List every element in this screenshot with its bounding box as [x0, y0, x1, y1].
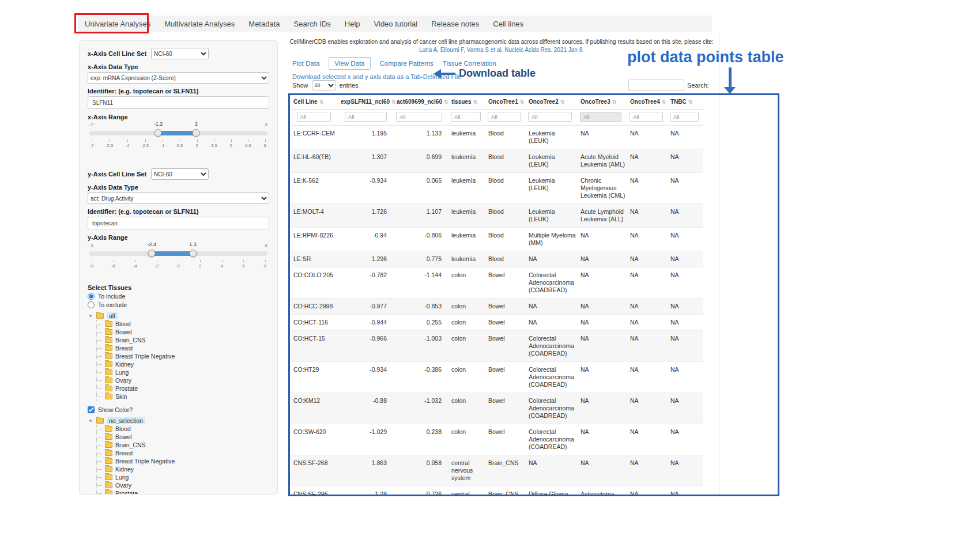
column-filter-input[interactable] — [297, 112, 331, 122]
nav-item-video-tutorial[interactable]: Video tutorial — [374, 20, 418, 28]
sort-icon[interactable]: ⇅ — [473, 99, 477, 105]
column-header[interactable]: Cell Line⇅ — [291, 95, 338, 110]
to-exclude-radio[interactable] — [88, 301, 95, 308]
y-identifier-input[interactable] — [88, 217, 269, 229]
tree-root-all[interactable]: ▾ all — [88, 312, 269, 320]
column-filter-input[interactable] — [396, 112, 442, 122]
nav-item-multivariate-analyses[interactable]: Multivariate Analyses — [164, 20, 235, 28]
table-row[interactable]: LE:SR 1.296 0.775 leukemia Blood NA NA N… — [291, 251, 703, 267]
nav-item-help[interactable]: Help — [345, 20, 360, 28]
sort-icon[interactable]: ⇅ — [319, 99, 324, 105]
sort-icon[interactable]: ⇅ — [520, 99, 525, 105]
nav-item-cell-lines[interactable]: Cell lines — [493, 20, 523, 28]
column-filter-input[interactable] — [580, 112, 621, 122]
column-filter-input[interactable] — [451, 112, 481, 122]
table-row[interactable]: CNS:SF-295 1.28 0.726 central nervous sy… — [291, 486, 703, 496]
column-filter-input[interactable] — [630, 112, 663, 122]
tissue-tree-item[interactable]: Skin — [97, 393, 269, 401]
sort-icon[interactable]: ⇅ — [391, 99, 396, 105]
x-data-type-select[interactable]: exp: mRNA Expression (Z-Score) — [88, 72, 269, 84]
tab-view-data[interactable]: View Data — [329, 57, 370, 70]
sort-icon[interactable]: ⇅ — [444, 99, 448, 105]
tissue-tree-item[interactable]: Kidney — [97, 465, 269, 473]
x-slider-track[interactable] — [89, 131, 267, 135]
column-header[interactable]: OncoTree1⇅ — [486, 95, 526, 110]
table-row[interactable]: CO:COLO 205 -0.782 -1.144 colon Bowel Co… — [291, 267, 703, 299]
column-header[interactable]: OncoTree4⇅ — [628, 95, 668, 110]
tissue-tree-item[interactable]: Lung — [97, 473, 269, 481]
sort-icon[interactable]: ⇅ — [612, 99, 617, 105]
y-slider-track[interactable] — [89, 251, 267, 256]
nav-item-metadata[interactable]: Metadata — [248, 20, 280, 28]
x-slider-handle-low[interactable] — [154, 129, 162, 137]
column-header[interactable]: TNBC⇅ — [668, 95, 703, 110]
y-slider-handle-low[interactable] — [148, 250, 156, 257]
tree-root-no-selection[interactable]: ▾ no_selection — [88, 417, 269, 425]
tissue-tree-item[interactable]: Blood — [97, 320, 269, 328]
table-row[interactable]: CO:KM12 -0.88 -1.032 colon Bowel Colorec… — [291, 393, 703, 424]
tissue-tree-item[interactable]: Bowel — [97, 328, 269, 336]
column-filter-input[interactable] — [670, 112, 699, 122]
table-row[interactable]: LE:RPMI-8226 -0.94 -0.806 leukemia Blood… — [291, 228, 703, 251]
tree-root-all-label[interactable]: all — [107, 312, 118, 319]
column-header[interactable]: OncoTree2⇅ — [526, 95, 578, 110]
y-cell-line-set-select[interactable]: NCI-60 — [151, 168, 209, 180]
table-row[interactable]: LE:CCRF-CEM 1.195 1.133 leukemia Blood L… — [291, 126, 703, 149]
tab-plot-data[interactable]: Plot Data — [292, 60, 319, 67]
table-row[interactable]: CNS:SF-268 1.863 0.958 central nervous s… — [291, 455, 703, 486]
sort-icon[interactable]: ⇅ — [662, 99, 666, 105]
tissue-tree-item[interactable]: Breast Triple Negative — [97, 457, 269, 465]
tissue-tree-item[interactable]: Breast — [97, 449, 269, 457]
sort-icon[interactable]: ⇅ — [560, 99, 565, 105]
table-row[interactable]: CO:HCT-116 -0.944 0.255 colon Bowel NA N… — [291, 315, 703, 331]
y-range-slider[interactable]: -8 8 -2.4 1.3 -8-6-4-202468 — [89, 243, 267, 275]
tissue-tree-item[interactable]: Prostate — [97, 489, 269, 495]
entries-per-page-select[interactable]: 60 — [312, 80, 336, 90]
table-row[interactable]: CO:HT29 -0.934 -0.386 colon Bowel Colore… — [291, 362, 703, 393]
column-header[interactable]: OncoTree3⇅ — [578, 95, 628, 110]
show-color-checkbox[interactable] — [88, 406, 95, 413]
show-color-option[interactable]: Show Color? — [88, 406, 269, 413]
tissue-tree-item[interactable]: Ovary — [97, 376, 269, 384]
table-row[interactable]: CO:SW-620 -1.029 0.238 colon Bowel Color… — [291, 424, 703, 455]
tree-root-no-selection-label[interactable]: no_selection — [107, 417, 145, 424]
nav-item-univariate-analyses[interactable]: Univariate Analyses — [85, 20, 150, 28]
to-include-radio[interactable] — [88, 293, 95, 300]
tissue-tree-item[interactable]: Prostate — [97, 384, 269, 393]
tissue-tree-item[interactable]: Blood — [97, 425, 269, 433]
tab-tissue-correlation[interactable]: Tissue Correlation — [443, 60, 496, 67]
to-exclude-option[interactable]: To exclude — [88, 301, 269, 308]
tissue-tree-item[interactable]: Breast — [97, 344, 269, 352]
tissue-tree-item[interactable]: Brain_CNS — [97, 441, 269, 449]
table-row[interactable]: CO:HCC-2998 -0.977 -0.853 colon Bowel NA… — [291, 299, 703, 315]
table-row[interactable]: LE:K-562 -0.934 0.065 leukemia Blood Leu… — [291, 173, 703, 204]
table-row[interactable]: LE:MOLT-4 1.726 1.107 leukemia Blood Leu… — [291, 204, 703, 228]
tissue-tree-item[interactable]: Ovary — [97, 481, 269, 489]
table-row[interactable]: LE:HL-60(TB) 1.307 0.699 leukemia Blood … — [291, 149, 703, 173]
column-filter-input[interactable] — [488, 112, 521, 122]
tissue-tree-item[interactable]: Brain_CNS — [97, 336, 269, 344]
nav-item-search-ids[interactable]: Search IDs — [294, 20, 331, 28]
y-slider-handle-high[interactable] — [189, 250, 197, 257]
table-search-input[interactable] — [628, 80, 684, 91]
tissue-tree-item[interactable]: Kidney — [97, 360, 269, 368]
tissue-tree-item[interactable]: Lung — [97, 368, 269, 376]
column-filter-input[interactable] — [345, 112, 387, 122]
caret-down-icon[interactable]: ▾ — [88, 313, 93, 319]
column-header[interactable]: act609699_nci60⇅ — [394, 95, 449, 110]
x-range-slider[interactable]: -7 8 -1.2 2 -7-5.5-4-2.5-10.523.556.58 — [89, 122, 267, 154]
y-data-type-select[interactable]: act: Drug Activity — [88, 193, 269, 204]
table-row[interactable]: CO:HCT-15 -0.966 -1.003 colon Bowel Colo… — [291, 331, 703, 362]
column-header[interactable]: expSLFN11_nci60⇅ — [338, 95, 394, 110]
caret-down-icon[interactable]: ▾ — [88, 418, 93, 424]
tissue-tree-item[interactable]: Breast Triple Negative — [97, 352, 269, 360]
sort-icon[interactable]: ⇅ — [688, 99, 693, 105]
tab-compare-patterns[interactable]: Compare Patterns — [380, 60, 434, 67]
x-cell-line-set-select[interactable]: NCI-60 — [151, 48, 209, 59]
nav-item-release-notes[interactable]: Release notes — [431, 20, 479, 28]
column-filter-input[interactable] — [528, 112, 572, 122]
to-include-option[interactable]: To include — [88, 293, 269, 300]
x-identifier-input[interactable] — [88, 96, 269, 109]
column-header[interactable]: tissues⇅ — [449, 95, 486, 110]
tissue-tree-item[interactable]: Bowel — [97, 433, 269, 441]
